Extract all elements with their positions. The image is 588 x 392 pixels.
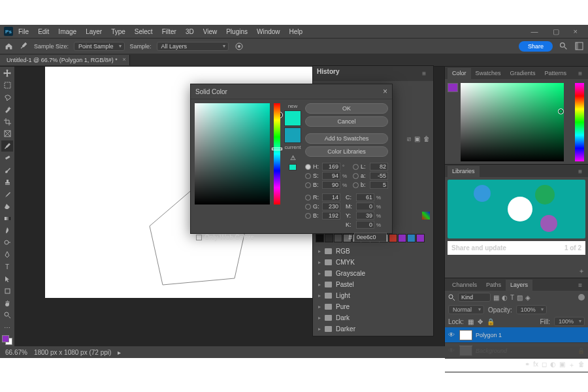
delete-layer-icon[interactable]: 🗑: [578, 361, 585, 370]
zoom-level[interactable]: 66.67%: [5, 349, 27, 356]
window-close-icon[interactable]: ×: [570, 26, 581, 37]
hue-strip[interactable]: [575, 83, 584, 161]
filter-type-icon[interactable]: T: [510, 294, 514, 301]
current-color-swatch[interactable]: [284, 127, 301, 143]
opacity-dropdown[interactable]: 100%: [516, 305, 547, 314]
visibility-icon[interactable]: 👁: [448, 331, 456, 338]
blend-mode-dropdown[interactable]: Normal: [448, 305, 484, 314]
brush-tool[interactable]: [1, 165, 13, 176]
s-input[interactable]: [322, 172, 340, 180]
swatch-folder[interactable]: ▸Dark: [313, 312, 433, 323]
menu-file[interactable]: File: [14, 27, 33, 37]
marquee-tool[interactable]: [1, 80, 13, 91]
history-brush-tool[interactable]: [1, 189, 13, 200]
swatch-folder[interactable]: ▸CMYK: [313, 257, 433, 268]
pen-tool[interactable]: [1, 250, 13, 261]
h-input[interactable]: [322, 163, 340, 171]
workspace-icon[interactable]: [574, 41, 584, 52]
layer-mask-icon[interactable]: ◻: [542, 361, 547, 370]
radio-s[interactable]: [305, 173, 311, 179]
eyedropper-tool[interactable]: [1, 140, 13, 152]
hex-input[interactable]: [354, 233, 387, 242]
tab-gradients[interactable]: Gradients: [506, 68, 540, 79]
layer-name[interactable]: Polygon 1: [476, 332, 502, 338]
menu-select[interactable]: Select: [131, 27, 157, 37]
lock-pixels-icon[interactable]: ▦: [468, 318, 474, 325]
color-panel-swatch[interactable]: [448, 83, 458, 92]
window-minimize-icon[interactable]: —: [527, 26, 542, 37]
menu-edit[interactable]: Edit: [34, 27, 53, 37]
color-field[interactable]: [461, 83, 564, 161]
document-tab[interactable]: Untitled-1 @ 66.7% (Polygon 1, RGB/8#) *: [0, 55, 130, 65]
a-input[interactable]: [370, 172, 388, 180]
color-field[interactable]: [195, 103, 270, 204]
m-input[interactable]: [356, 203, 374, 210]
layer-thumbnail[interactable]: [459, 330, 472, 340]
tab-swatches[interactable]: Swatches: [471, 68, 506, 79]
frame-tool[interactable]: [1, 129, 13, 140]
new-layer-icon[interactable]: ＋: [568, 361, 575, 370]
menu-plugins[interactable]: Plugins: [222, 27, 252, 37]
k-input[interactable]: [356, 221, 374, 229]
filter-shape-icon[interactable]: ▧: [517, 294, 523, 301]
eraser-tool[interactable]: [1, 201, 13, 212]
camera-icon[interactable]: ⎚: [407, 135, 411, 142]
menu-filter[interactable]: Filter: [158, 27, 180, 37]
filter-image-icon[interactable]: ▦: [493, 294, 499, 301]
filter-smart-icon[interactable]: ◈: [525, 294, 531, 301]
dodge-tool[interactable]: [1, 237, 13, 248]
panel-menu-icon[interactable]: ≡: [575, 280, 585, 291]
g-input[interactable]: [322, 203, 340, 210]
b-rgb-input[interactable]: [322, 212, 340, 220]
l-input[interactable]: [370, 163, 388, 171]
delete-icon[interactable]: 🗑: [423, 135, 430, 142]
menu-image[interactable]: Image: [54, 27, 80, 37]
lock-position-icon[interactable]: ✥: [478, 318, 483, 325]
color-mode-icon[interactable]: [422, 212, 430, 220]
crop-tool[interactable]: [1, 116, 13, 127]
lock-all-icon[interactable]: 🔒: [487, 318, 495, 325]
search-icon[interactable]: [558, 41, 568, 52]
window-maximize-icon[interactable]: ▢: [549, 26, 563, 37]
swatch-folder[interactable]: ▸Darker: [313, 323, 433, 335]
menu-view[interactable]: View: [199, 27, 221, 37]
radio-bl[interactable]: [305, 213, 311, 219]
tab-color[interactable]: Color: [448, 68, 471, 79]
sample-dropdown[interactable]: All Layers: [157, 42, 229, 51]
tab-layers[interactable]: Layers: [506, 280, 532, 291]
menu-layer[interactable]: Layer: [82, 27, 106, 37]
add-to-swatches-button[interactable]: Add to Swatches: [305, 133, 388, 144]
layer-item[interactable]: 👁 Polygon 1: [445, 327, 588, 343]
swatch-folder[interactable]: ▸Grayscale: [313, 268, 433, 279]
lasso-tool[interactable]: [1, 92, 13, 103]
color-swatches[interactable]: [2, 335, 12, 345]
close-icon[interactable]: ×: [383, 87, 387, 96]
sample-size-dropdown[interactable]: Point Sample: [74, 42, 125, 51]
swatch-folder[interactable]: ▸Pastel: [313, 279, 433, 290]
sample-ring-icon[interactable]: [234, 41, 244, 52]
filter-toggle[interactable]: [578, 294, 585, 301]
ok-button[interactable]: OK: [305, 103, 388, 114]
swatch-item[interactable]: [407, 234, 416, 242]
panel-menu-icon[interactable]: ≡: [575, 166, 585, 177]
history-tab[interactable]: History: [317, 68, 339, 79]
tab-libraries[interactable]: Libraries: [448, 166, 480, 177]
type-tool[interactable]: T: [1, 261, 13, 272]
eyedropper-tool-icon[interactable]: [18, 41, 29, 52]
link-layers-icon[interactable]: ⚭: [525, 361, 530, 370]
toolbar-more[interactable]: ⋯: [1, 322, 13, 333]
radio-r[interactable]: [305, 195, 311, 201]
swatch-item[interactable]: [416, 234, 425, 242]
zoom-tool[interactable]: [1, 310, 13, 321]
swatch-folder[interactable]: ▸Light: [313, 290, 433, 301]
radio-b[interactable]: [305, 182, 311, 188]
color-field-cursor[interactable]: [559, 109, 563, 114]
radio-a[interactable]: [353, 173, 359, 179]
tab-channels[interactable]: Channels: [448, 280, 482, 291]
radio-l[interactable]: [353, 164, 359, 170]
menu-help[interactable]: Help: [286, 27, 307, 37]
stamp-tool[interactable]: [1, 177, 13, 188]
add-library-icon[interactable]: ＋: [578, 267, 585, 276]
b-hsb-input[interactable]: [322, 181, 340, 189]
swatch-folder[interactable]: ▸RGB: [313, 246, 433, 257]
